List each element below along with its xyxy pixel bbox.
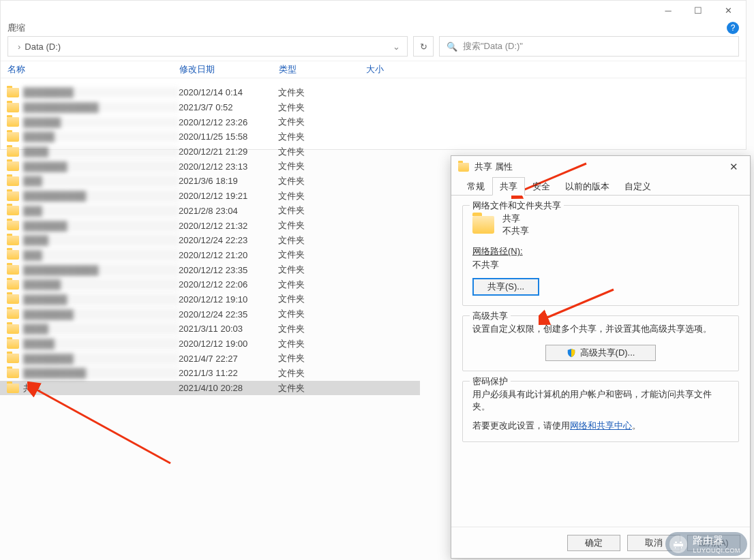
file-row[interactable]: ████████2021/4/7 22:27文件夹 bbox=[0, 351, 420, 366]
file-date: 2020/12/14 0:14 bbox=[179, 87, 278, 97]
file-row[interactable]: ███2021/3/6 18:19文件夹 bbox=[0, 174, 420, 189]
file-row[interactable]: ████████████2021/3/7 0:52文件夹 bbox=[0, 100, 420, 115]
file-date: 2020/12/24 22:35 bbox=[179, 309, 278, 320]
file-date: 2020/12/12 23:13 bbox=[179, 161, 278, 172]
file-row[interactable]: ████2021/3/11 20:03文件夹 bbox=[0, 322, 420, 337]
share-button[interactable]: 共享(S)... bbox=[472, 278, 539, 296]
file-type: 文件夹 bbox=[278, 234, 365, 247]
dialog-body: 网络文件和文件夹共享 共享 不共享 网络路径(N): 不共享 共享(S)... … bbox=[451, 196, 750, 527]
maximize-button[interactable]: ☐ bbox=[683, 1, 713, 19]
file-type: 文件夹 bbox=[278, 116, 365, 128]
group-title: 高级共享 bbox=[470, 310, 511, 322]
file-name: ████ bbox=[23, 235, 179, 245]
file-date: 2020/12/12 19:10 bbox=[179, 294, 278, 305]
file-name: ███████ bbox=[23, 294, 179, 305]
file-date: 2020/12/12 23:26 bbox=[179, 117, 278, 127]
dialog-tabs: 常规 共享 安全 以前的版本 自定义 bbox=[451, 178, 750, 196]
file-row[interactable]: ████████████2020/12/12 23:35文件夹 bbox=[0, 262, 420, 277]
group-password-protect: 密码保护 用户必须具有此计算机的用户帐户和密码，才能访问共享文件夹。 若要更改此… bbox=[462, 381, 739, 442]
file-date: 2021/4/7 22:27 bbox=[179, 354, 278, 364]
group-title: 密码保护 bbox=[470, 375, 511, 388]
file-row[interactable]: ████████2020/12/14 0:14文件夹 bbox=[0, 85, 420, 100]
file-row[interactable]: █████2020/11/25 15:58文件夹 bbox=[0, 129, 420, 144]
file-row[interactable]: ██████2020/12/12 23:26文件夹 bbox=[0, 114, 420, 129]
network-path-value: 不共享 bbox=[472, 259, 729, 271]
file-type: 文件夹 bbox=[278, 190, 365, 202]
file-row[interactable]: ███████2020/12/12 23:13文件夹 bbox=[0, 159, 420, 174]
folder-icon bbox=[7, 132, 19, 142]
help-icon[interactable]: ? bbox=[727, 22, 739, 34]
file-date: 2020/12/12 21:20 bbox=[179, 250, 278, 260]
folder-icon bbox=[7, 384, 19, 393]
column-size[interactable]: 大小 bbox=[366, 63, 427, 76]
column-date[interactable]: 修改日期 bbox=[179, 63, 279, 76]
close-button[interactable]: ✕ bbox=[713, 1, 743, 19]
folder-icon bbox=[7, 250, 19, 260]
file-row[interactable]: █████2020/12/12 19:00文件夹 bbox=[0, 337, 420, 352]
file-row[interactable]: ████████2020/12/24 22:35文件夹 bbox=[0, 307, 420, 322]
folder-icon bbox=[7, 147, 19, 157]
file-name: ████████ bbox=[23, 309, 179, 320]
file-name: ██████ bbox=[23, 117, 179, 127]
folder-icon bbox=[7, 117, 19, 127]
file-name: ████ bbox=[23, 324, 179, 334]
file-row[interactable]: ███2020/12/12 21:20文件夹 bbox=[0, 248, 420, 263]
network-sharing-center-link[interactable]: 网络和共享中心 bbox=[570, 420, 632, 431]
file-date: 2021/2/8 23:04 bbox=[179, 206, 278, 216]
dialog-title: 共享 属性 bbox=[474, 161, 513, 173]
folder-icon bbox=[7, 339, 19, 349]
file-row[interactable]: ████2020/12/24 22:23文件夹 bbox=[0, 233, 420, 248]
file-date: 2021/1/3 11:22 bbox=[179, 368, 278, 378]
shield-icon bbox=[567, 348, 576, 358]
file-row[interactable]: ███████2020/12/12 21:32文件夹 bbox=[0, 218, 420, 233]
file-date: 2020/12/12 19:00 bbox=[179, 339, 278, 349]
file-name: ████████████ bbox=[23, 102, 179, 112]
minimize-button[interactable]: ─ bbox=[653, 1, 683, 19]
group-title: 网络文件和文件夹共享 bbox=[470, 200, 564, 212]
tab-security[interactable]: 安全 bbox=[525, 177, 558, 196]
folder-icon bbox=[7, 324, 19, 334]
chevron-down-icon[interactable]: ⌄ bbox=[386, 42, 407, 52]
folder-icon bbox=[7, 309, 19, 319]
file-name: █████ bbox=[23, 131, 179, 142]
file-row[interactable]: ██████2020/12/12 22:06文件夹 bbox=[0, 277, 420, 292]
titlebar: ─ ☐ ✕ bbox=[1, 1, 746, 20]
tab-previous-versions[interactable]: 以前的版本 bbox=[558, 177, 617, 196]
file-row[interactable]: ██████████2020/12/12 19:21文件夹 bbox=[0, 189, 420, 204]
address-text: Data (D:) bbox=[25, 42, 61, 52]
share-name: 共享 bbox=[502, 213, 529, 225]
file-name: ██████ bbox=[23, 279, 179, 290]
file-type: 文件夹 bbox=[278, 249, 365, 261]
file-row[interactable]: ██████████2021/1/3 11:22文件夹 bbox=[0, 366, 420, 381]
column-type[interactable]: 类型 bbox=[279, 63, 366, 76]
refresh-button[interactable]: ↻ bbox=[413, 36, 434, 57]
file-row[interactable]: ████2020/12/21 21:29文件夹 bbox=[0, 144, 420, 159]
file-type: 文件夹 bbox=[278, 308, 365, 320]
group-advanced-share: 高级共享 设置自定义权限，创建多个共享，并设置其他高级共享选项。 高级共享(D)… bbox=[462, 315, 739, 371]
file-type: 文件夹 bbox=[278, 279, 365, 291]
column-name[interactable]: 名称 bbox=[1, 63, 179, 76]
dialog-close-button[interactable]: ✕ bbox=[720, 157, 747, 176]
folder-icon bbox=[7, 354, 19, 363]
password-desc2b: 。 bbox=[632, 420, 641, 431]
tab-custom[interactable]: 自定义 bbox=[617, 177, 659, 196]
file-row[interactable]: ███████2020/12/12 19:10文件夹 bbox=[0, 292, 420, 307]
ok-button[interactable]: 确定 bbox=[567, 535, 620, 551]
file-name: ██████████ bbox=[23, 368, 179, 378]
folder-icon bbox=[472, 216, 494, 234]
search-box[interactable]: 🔍 搜索"Data (D:)" bbox=[439, 36, 739, 57]
address-bar[interactable]: › Data (D:) ⌄ bbox=[7, 36, 408, 57]
tab-general[interactable]: 常规 bbox=[459, 177, 492, 196]
advanced-desc: 设置自定义权限，创建多个共享，并设置其他高级共享选项。 bbox=[472, 323, 729, 335]
folder-icon bbox=[7, 265, 19, 275]
folder-icon bbox=[7, 221, 19, 230]
file-row[interactable]: 共享2021/4/10 20:28文件夹 bbox=[0, 381, 420, 396]
advanced-share-button[interactable]: 高级共享(D)... bbox=[545, 345, 657, 361]
column-headers: 名称 修改日期 类型 大小 bbox=[1, 61, 746, 78]
password-desc2a: 若要更改此设置，请使用 bbox=[472, 420, 570, 431]
file-date: 2020/12/12 22:06 bbox=[179, 279, 278, 290]
file-type: 文件夹 bbox=[278, 367, 365, 379]
tab-sharing[interactable]: 共享 bbox=[492, 177, 525, 196]
file-row[interactable]: ███2021/2/8 23:04文件夹 bbox=[0, 204, 420, 219]
folder-icon bbox=[7, 88, 19, 97]
